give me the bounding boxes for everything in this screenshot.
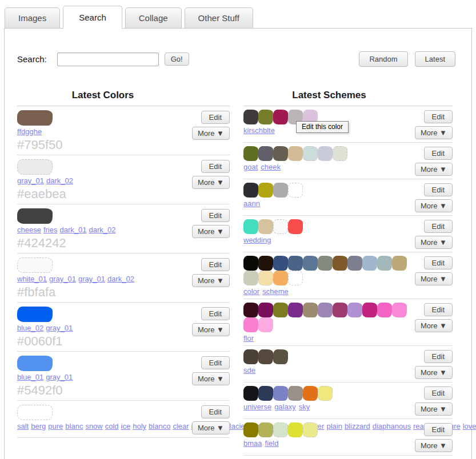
color-swatch[interactable] (17, 257, 53, 273)
scheme-swatch[interactable] (318, 386, 333, 401)
tag-link[interactable]: snow (85, 422, 102, 430)
random-button[interactable]: Random (359, 51, 407, 67)
tab[interactable]: Other Stuff (185, 7, 253, 29)
scheme-swatch[interactable] (258, 146, 273, 161)
edit-button[interactable]: Edit (201, 405, 230, 418)
tag-link[interactable]: universe (243, 402, 271, 411)
more-button[interactable]: More ▼ (415, 319, 453, 332)
scheme-swatch[interactable] (273, 256, 288, 271)
tag-link[interactable]: cold (105, 422, 119, 430)
tag-link[interactable]: color (243, 287, 259, 296)
edit-button[interactable]: Edit (424, 220, 453, 233)
edit-button[interactable]: Edit (201, 111, 230, 124)
more-button[interactable]: More ▼ (192, 421, 230, 434)
tag-link[interactable]: cheek (261, 163, 281, 171)
color-swatch[interactable] (17, 307, 53, 322)
more-button[interactable]: More ▼ (192, 225, 230, 238)
more-button[interactable]: More ▼ (415, 236, 453, 249)
scheme-swatch[interactable] (273, 146, 288, 161)
more-button[interactable]: More ▼ (192, 323, 230, 336)
scheme-swatch[interactable] (303, 256, 318, 271)
tag-link[interactable]: field (265, 439, 279, 448)
edit-button[interactable]: Edit (201, 160, 230, 173)
edit-button[interactable]: Edit (424, 303, 453, 316)
tag-link[interactable]: blanc (65, 422, 83, 430)
scheme-swatch[interactable] (243, 349, 258, 364)
tag-link[interactable]: gray_01 (49, 275, 76, 283)
tag-link[interactable]: wedding (243, 236, 271, 244)
scheme-swatch[interactable] (333, 303, 347, 317)
scheme-swatch[interactable] (377, 303, 392, 317)
tab[interactable]: Collage (125, 7, 182, 29)
tag-link[interactable]: scheme (262, 287, 289, 296)
tag-link[interactable]: blue_01 (17, 373, 43, 381)
scheme-swatch[interactable] (243, 271, 258, 285)
scheme-swatch[interactable] (273, 219, 288, 234)
scheme-swatch[interactable] (258, 303, 273, 317)
tag-link[interactable]: cheese (17, 226, 41, 234)
scheme-swatch[interactable] (288, 146, 303, 161)
tag-link[interactable]: dark_02 (89, 226, 115, 234)
scheme-swatch[interactable] (333, 256, 347, 271)
tag-link[interactable]: white_01 (17, 275, 47, 283)
more-button[interactable]: More ▼ (192, 372, 230, 385)
tag-link[interactable]: pure (48, 422, 63, 430)
tag-link[interactable]: dark_02 (46, 176, 73, 185)
scheme-swatch[interactable] (258, 422, 273, 437)
color-swatch[interactable] (17, 405, 53, 420)
tab[interactable]: Search (63, 6, 122, 29)
tag-link[interactable]: holy (133, 422, 146, 430)
tag-link[interactable]: sky (299, 402, 310, 411)
scheme-swatch[interactable] (288, 183, 303, 198)
scheme-swatch[interactable] (303, 146, 318, 161)
more-button[interactable]: More ▼ (192, 127, 230, 140)
scheme-swatch[interactable] (243, 110, 258, 124)
scheme-swatch[interactable] (243, 256, 258, 271)
scheme-swatch[interactable] (392, 303, 407, 317)
tag-link[interactable]: gray_01 (78, 275, 105, 283)
scheme-swatch[interactable] (258, 386, 273, 401)
scheme-swatch[interactable] (258, 256, 273, 271)
scheme-swatch[interactable] (258, 317, 273, 332)
edit-button[interactable]: Edit (201, 356, 230, 369)
scheme-swatch[interactable] (258, 349, 273, 364)
scheme-swatch[interactable] (288, 219, 303, 234)
tag-link[interactable]: clear (173, 422, 189, 430)
tag-link[interactable]: flor (243, 334, 254, 343)
go-button[interactable]: Go! (165, 53, 189, 66)
scheme-swatch[interactable] (362, 256, 377, 271)
scheme-swatch[interactable] (258, 219, 273, 234)
scheme-swatch[interactable] (243, 219, 258, 234)
edit-button[interactable]: Edit (424, 183, 453, 196)
scheme-swatch[interactable] (303, 386, 318, 401)
more-button[interactable]: More ▼ (415, 272, 453, 285)
scheme-swatch[interactable] (243, 386, 258, 401)
more-button[interactable]: More ▼ (192, 176, 230, 189)
tag-link[interactable]: aann (243, 199, 260, 208)
edit-button[interactable]: Edit (424, 147, 453, 160)
edit-button[interactable]: Edit (424, 423, 453, 436)
scheme-swatch[interactable] (243, 303, 258, 317)
edit-button[interactable]: Edit (201, 307, 230, 320)
scheme-swatch[interactable] (243, 317, 258, 332)
scheme-swatch[interactable] (318, 146, 333, 161)
scheme-swatch[interactable] (243, 422, 258, 437)
scheme-swatch[interactable] (273, 110, 288, 124)
tag-link[interactable]: ffdgghe (17, 127, 42, 136)
tag-link[interactable]: dark_01 (59, 226, 86, 234)
scheme-swatch[interactable] (303, 422, 318, 437)
color-swatch[interactable] (17, 159, 53, 175)
edit-button[interactable]: Edit (201, 209, 230, 222)
more-button[interactable]: More ▼ (415, 366, 453, 379)
color-swatch[interactable] (17, 208, 53, 224)
tag-link[interactable]: goat (243, 163, 258, 171)
tag-link[interactable]: blanco (149, 422, 170, 430)
tag-link[interactable]: salt (17, 422, 29, 430)
scheme-swatch[interactable] (288, 303, 303, 317)
more-button[interactable]: More ▼ (415, 199, 453, 212)
scheme-swatch[interactable] (258, 271, 273, 285)
color-swatch[interactable] (17, 356, 53, 371)
search-input[interactable] (57, 53, 159, 66)
scheme-swatch[interactable] (258, 110, 273, 124)
scheme-swatch[interactable] (318, 303, 333, 317)
